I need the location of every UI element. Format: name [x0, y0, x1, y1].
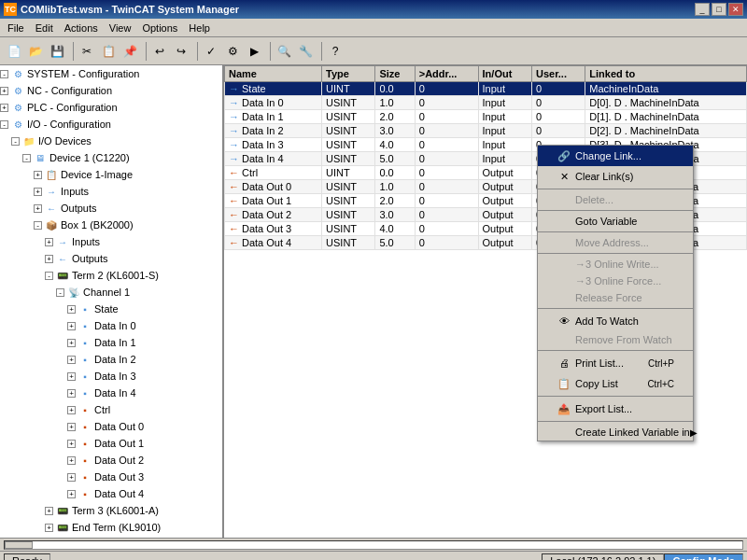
table-row[interactable]: →Data In 2 USINT 3.0 0 Input 0 D[2]. D .…: [225, 124, 747, 138]
tree-item-term3[interactable]: +📟Term 3 (KL6001-A): [0, 502, 222, 519]
scan-button[interactable]: 🔍: [274, 41, 294, 62]
expand-device1[interactable]: -: [22, 154, 31, 162]
run-button[interactable]: ▶: [244, 41, 264, 62]
expand-dataout4[interactable]: +: [67, 490, 76, 498]
menu-actions[interactable]: Actions: [59, 21, 104, 35]
ctx-item-remove-watch[interactable]: Remove From Watch: [538, 331, 693, 348]
undo-button[interactable]: ↩: [149, 41, 170, 62]
save-button[interactable]: 💾: [47, 41, 67, 62]
new-button[interactable]: 📄: [4, 41, 24, 62]
ctx-item-online-force[interactable]: →3 Online Force...: [538, 273, 693, 289]
col-user[interactable]: User...: [531, 66, 585, 82]
col-type[interactable]: Type: [322, 66, 375, 82]
redo-button[interactable]: ↪: [171, 41, 191, 62]
expand-datain1[interactable]: +: [67, 339, 76, 347]
menu-file[interactable]: File: [2, 21, 30, 35]
paste-button[interactable]: 📌: [120, 41, 140, 62]
expand-plc[interactable]: +: [0, 104, 8, 112]
table-row[interactable]: →State UINT 0.0 0 Input 0 MachineInData: [225, 82, 747, 96]
tree-item-io[interactable]: -⚙I/O - Configuration: [0, 116, 222, 133]
expand-device1-img[interactable]: +: [34, 171, 42, 179]
copy-button[interactable]: 📋: [98, 41, 119, 62]
ctx-item-release-force[interactable]: Release Force: [538, 289, 693, 306]
ctx-item-online-write[interactable]: →3 Online Write...: [538, 256, 693, 273]
menu-help[interactable]: Help: [183, 21, 216, 35]
expand-datain3[interactable]: +: [67, 372, 76, 381]
tree-item-dataout0[interactable]: +▪Data Out 0: [0, 418, 222, 435]
expand-ctrl[interactable]: +: [67, 406, 76, 414]
menu-options[interactable]: Options: [136, 21, 183, 35]
menu-view[interactable]: View: [104, 21, 137, 35]
tree-item-dataout1[interactable]: +▪Data Out 1: [0, 435, 222, 452]
ctx-item-clear-links[interactable]: ✕Clear Link(s): [538, 166, 693, 187]
expand-io-devices[interactable]: -: [11, 137, 20, 146]
tree-item-system[interactable]: -⚙SYSTEM - Configuration: [0, 65, 222, 82]
tree-item-dataout2[interactable]: +▪Data Out 2: [0, 452, 222, 469]
horizontal-scrollbar[interactable]: [0, 538, 747, 551]
title-bar-controls[interactable]: _ □ ✕: [695, 3, 743, 16]
expand-box1-outputs[interactable]: +: [45, 255, 53, 263]
ctx-item-copy-list[interactable]: 📋Copy ListCtrl+C: [538, 373, 693, 394]
expand-endterm[interactable]: +: [45, 524, 53, 532]
tree-item-inputs[interactable]: +→Inputs: [0, 183, 222, 200]
cut-button[interactable]: ✂: [77, 41, 97, 62]
expand-term3[interactable]: +: [45, 507, 53, 515]
ctx-item-add-watch[interactable]: 👁Add To Watch: [538, 311, 693, 331]
tree-item-dataout3[interactable]: +▪Data Out 3: [0, 469, 222, 485]
tree-item-term2[interactable]: -📟Term 2 (KL6001-S): [0, 267, 222, 284]
expand-inputs[interactable]: +: [34, 188, 42, 196]
tree-item-chan1[interactable]: -📡Channel 1: [0, 284, 222, 301]
tree-item-ctrl[interactable]: +▪Ctrl: [0, 401, 222, 418]
config-button[interactable]: 🔧: [295, 41, 316, 62]
expand-dataout0[interactable]: +: [67, 423, 76, 431]
expand-datain4[interactable]: +: [67, 389, 76, 398]
expand-dataout3[interactable]: +: [67, 473, 76, 482]
col-linked[interactable]: Linked to: [585, 66, 747, 82]
ctx-item-print-list[interactable]: 🖨Print List...Ctrl+P: [538, 353, 693, 373]
tree-item-datain2[interactable]: +▪Data In 2: [0, 351, 222, 368]
table-row[interactable]: →Data In 1 USINT 2.0 0 Input 0 D[1]. D .…: [225, 110, 747, 124]
col-name[interactable]: Name: [225, 66, 322, 82]
tree-item-state[interactable]: +▪State: [0, 301, 222, 317]
ctx-item-change-link[interactable]: 🔗Change Link...: [538, 146, 693, 166]
tree-item-nc[interactable]: +⚙NC - Configuration: [0, 82, 222, 99]
tree-item-datain0[interactable]: +▪Data In 0: [0, 317, 222, 334]
tree-item-endterm[interactable]: +📟End Term (KL9010): [0, 519, 222, 536]
menu-edit[interactable]: Edit: [30, 21, 59, 35]
ctx-item-goto-var[interactable]: Goto Variable: [538, 213, 693, 230]
check-button[interactable]: ✓: [201, 41, 221, 62]
tree-item-outputs[interactable]: +←Outputs: [0, 200, 222, 217]
expand-io[interactable]: -: [0, 120, 8, 129]
tree-item-box1[interactable]: -📦Box 1 (BK2000): [0, 217, 222, 233]
expand-term2[interactable]: -: [45, 272, 53, 280]
tree-item-box1-inputs[interactable]: +→Inputs: [0, 233, 222, 250]
open-button[interactable]: 📂: [25, 41, 46, 62]
tree-item-io-devices[interactable]: -📁I/O Devices: [0, 133, 222, 149]
tree-item-datain3[interactable]: +▪Data In 3: [0, 368, 222, 385]
expand-chan1[interactable]: -: [56, 288, 64, 297]
tree-item-box1-outputs[interactable]: +←Outputs: [0, 250, 222, 267]
expand-system[interactable]: -: [0, 70, 8, 78]
col-inout[interactable]: In/Out: [478, 66, 531, 82]
ctx-item-export-list[interactable]: 📤Export List...: [538, 399, 693, 419]
maximize-button[interactable]: □: [712, 3, 726, 16]
expand-datain2[interactable]: +: [67, 356, 76, 364]
ctx-item-create-linked[interactable]: Create Linked Variable in▶: [538, 424, 693, 441]
table-row[interactable]: →Data In 0 USINT 1.0 0 Input 0 D[0]. D .…: [225, 96, 747, 110]
col-addr[interactable]: >Addr...: [415, 66, 478, 82]
expand-box1[interactable]: -: [34, 221, 42, 230]
tree-item-plc[interactable]: +⚙PLC - Configuration: [0, 99, 222, 116]
tree-item-datain1[interactable]: +▪Data In 1: [0, 334, 222, 351]
ctx-item-delete[interactable]: Delete...: [538, 191, 693, 208]
build-button[interactable]: ⚙: [222, 41, 243, 62]
expand-nc[interactable]: +: [0, 87, 8, 95]
expand-datain0[interactable]: +: [67, 322, 76, 330]
expand-state[interactable]: +: [67, 305, 76, 314]
col-size[interactable]: Size: [375, 66, 415, 82]
tree-item-dataout4[interactable]: +▪Data Out 4: [0, 485, 222, 502]
minimize-button[interactable]: _: [695, 3, 710, 16]
expand-dataout2[interactable]: +: [67, 456, 76, 465]
ctx-item-move-addr[interactable]: Move Address...: [538, 234, 693, 251]
tree-item-device1[interactable]: -🖥Device 1 (C1220): [0, 149, 222, 166]
tree-item-datain4[interactable]: +▪Data In 4: [0, 385, 222, 401]
